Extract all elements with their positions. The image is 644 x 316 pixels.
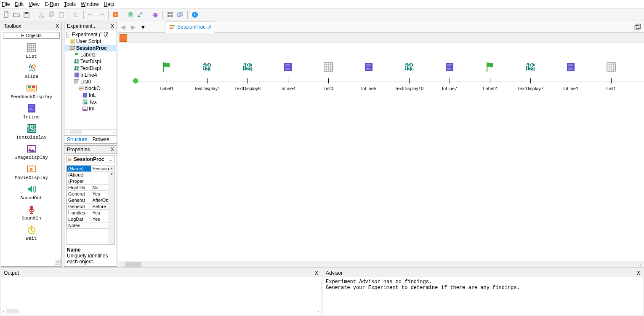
- toolbox-item-feedbackdisplay[interactable]: FeedbackDisplay: [1, 81, 61, 101]
- tree-node-label: Experiment (1汉: [72, 31, 109, 38]
- procedure-canvas[interactable]: Label1ABC123TextDisplay1ABC123TextDispla…: [118, 43, 644, 261]
- nav-forward-icon[interactable]: ▶: [128, 24, 138, 30]
- timeline-item-textdisplay7[interactable]: ABC123TextDisplay7: [511, 60, 550, 91]
- tree-node[interactable]: Im: [65, 105, 116, 112]
- pointer-icon[interactable]: [72, 10, 81, 19]
- toolbox-item-textdisplay[interactable]: ABC123TextDisplay: [1, 121, 61, 142]
- toolbox-section-header[interactable]: E-Objects: [3, 32, 60, 39]
- timeline-item-list0[interactable]: List0: [309, 60, 348, 91]
- tree-node[interactable]: SessionProc: [65, 45, 116, 51]
- tree-node[interactable]: blockC: [65, 85, 116, 92]
- tree-node[interactable]: List0: [65, 78, 116, 85]
- prop-key[interactable]: Generat: [67, 190, 91, 197]
- prop-key[interactable]: FlushDa: [67, 184, 91, 190]
- run-icon[interactable]: [136, 10, 145, 19]
- prop-key[interactable]: Notes: [67, 222, 91, 228]
- toolbox-item-soundin[interactable]: SoundIn: [1, 202, 61, 222]
- toolbox-item-wait[interactable]: Wait: [1, 222, 61, 243]
- properties-scrollbar[interactable]: ▴▾: [109, 165, 114, 245]
- properties-object-selector[interactable]: SessionProc ⌄: [66, 155, 115, 163]
- explorer-close-icon[interactable]: X: [111, 23, 114, 29]
- tab-structure[interactable]: Structure: [64, 136, 90, 143]
- timeline-item-inline7[interactable]: InLine7: [430, 60, 469, 91]
- nav-back-icon[interactable]: ◀: [118, 24, 128, 30]
- menu-view[interactable]: View: [29, 1, 40, 7]
- explorer-tree[interactable]: Experiment (1汉User ScriptSessionProcLabe…: [64, 30, 117, 129]
- output-body[interactable]: [1, 277, 321, 309]
- tree-node[interactable]: ABC123TextDispl: [65, 65, 116, 72]
- tree-node[interactable]: ABC123Tex: [65, 99, 116, 105]
- toolbox-item-slide[interactable]: A♪Slide: [1, 61, 61, 81]
- redo-icon[interactable]: [96, 10, 106, 19]
- tree-node[interactable]: User Script: [65, 38, 116, 45]
- timeline-item-textdisplay10[interactable]: ABC123TextDisplay10: [390, 60, 428, 91]
- prop-key[interactable]: Handles: [67, 209, 91, 216]
- prop-key[interactable]: (Proper: [67, 178, 91, 184]
- timeline-item-inline5[interactable]: InLine5: [349, 60, 388, 91]
- cut-icon[interactable]: [37, 10, 46, 19]
- new-icon[interactable]: [2, 10, 11, 19]
- timeline-item-inline4[interactable]: InLine4: [269, 60, 307, 91]
- globe-icon[interactable]: [126, 10, 135, 19]
- menu-window[interactable]: Window: [81, 1, 99, 7]
- grid-icon[interactable]: [165, 10, 175, 19]
- tab-browse[interactable]: Browse: [90, 136, 112, 143]
- tree-node[interactable]: Label1: [65, 51, 116, 58]
- inline-icon: [564, 60, 578, 74]
- timeline-item-label1[interactable]: Label1: [147, 60, 186, 91]
- prop-key[interactable]: (About): [67, 171, 91, 178]
- timeline-item-textdisplay1[interactable]: ABC123TextDisplay1: [188, 60, 226, 91]
- menu-tools[interactable]: Tools: [64, 1, 76, 7]
- prop-key[interactable]: (Name): [67, 165, 91, 171]
- inline-icon: [82, 92, 88, 98]
- tree-node[interactable]: InL: [65, 92, 116, 99]
- properties-grid[interactable]: (Name)Session(About)(ProperFlushDaNoGene…: [66, 165, 115, 245]
- procedure-tool-icon[interactable]: [120, 34, 127, 42]
- tree-node[interactable]: Experiment (1汉: [65, 31, 116, 38]
- toolbox-item-imagedisplay[interactable]: ImageDisplay: [1, 142, 61, 162]
- save-icon[interactable]: [22, 10, 31, 19]
- bottom-panels: Output X ‹› Advisor X Experiment Advisor…: [0, 268, 644, 316]
- properties-close-icon[interactable]: X: [111, 147, 114, 153]
- advisor-close-icon[interactable]: X: [637, 270, 640, 276]
- paste-icon[interactable]: [57, 10, 66, 19]
- timeline-item-inline1[interactable]: InLine1: [551, 60, 590, 91]
- output-hscroll[interactable]: ‹›: [1, 309, 321, 315]
- window-icon[interactable]: [176, 10, 185, 19]
- tree-node[interactable]: InLine4: [65, 72, 116, 78]
- output-close-icon[interactable]: X: [315, 270, 318, 276]
- menu-help[interactable]: Help: [104, 1, 114, 7]
- toolbox-item-soundout[interactable]: SoundOut: [1, 182, 61, 202]
- menu-edit[interactable]: Edit: [15, 1, 24, 7]
- tab-close-icon[interactable]: X: [208, 24, 211, 30]
- toolbox-scroll-down-icon[interactable]: [55, 259, 61, 265]
- canvas-hscroll[interactable]: ‹›: [118, 261, 644, 268]
- menu-erun[interactable]: E-Run: [45, 1, 59, 7]
- explorer-hscroll[interactable]: ‹›: [64, 129, 117, 135]
- info-icon[interactable]: i: [190, 10, 200, 19]
- toolbox-item-list[interactable]: List: [1, 40, 61, 61]
- list-icon: [321, 60, 335, 74]
- bug-icon[interactable]: [151, 10, 160, 19]
- prop-key[interactable]: Generat: [67, 197, 91, 203]
- timeline-item-label2[interactable]: Label2: [471, 60, 509, 91]
- toolbox-item-moviedisplay[interactable]: MovieDisplay: [1, 162, 61, 182]
- prop-key[interactable]: LogDat: [67, 216, 91, 222]
- generate-icon[interactable]: [111, 10, 120, 19]
- undo-icon[interactable]: [86, 10, 96, 19]
- open-icon[interactable]: [12, 10, 21, 19]
- chevron-down-icon[interactable]: ⌄: [108, 156, 114, 162]
- timeline-item-textdisplay8[interactable]: ABC123TextDisplay8: [228, 60, 267, 91]
- tree-node[interactable]: ABC123TextDispl: [65, 58, 116, 65]
- tab-sessionproc[interactable]: SessionProc X: [165, 21, 215, 33]
- window-restore-icon[interactable]: [634, 23, 641, 31]
- nav-dropdown-icon[interactable]: ▼: [138, 24, 148, 30]
- editor-area: ◀ ▶ ▼ SessionProc X Label1ABC123TextDisp…: [118, 21, 644, 268]
- toolbox-item-label: TextDisplay: [16, 135, 47, 140]
- timeline-item-list1[interactable]: List1: [592, 60, 631, 91]
- menu-file[interactable]: File: [2, 1, 10, 7]
- toolbox-item-inline[interactable]: InLine: [1, 101, 61, 121]
- prop-key[interactable]: Generat: [67, 203, 91, 209]
- toolbox-close-icon[interactable]: X: [56, 23, 59, 29]
- copy-icon[interactable]: [47, 10, 56, 19]
